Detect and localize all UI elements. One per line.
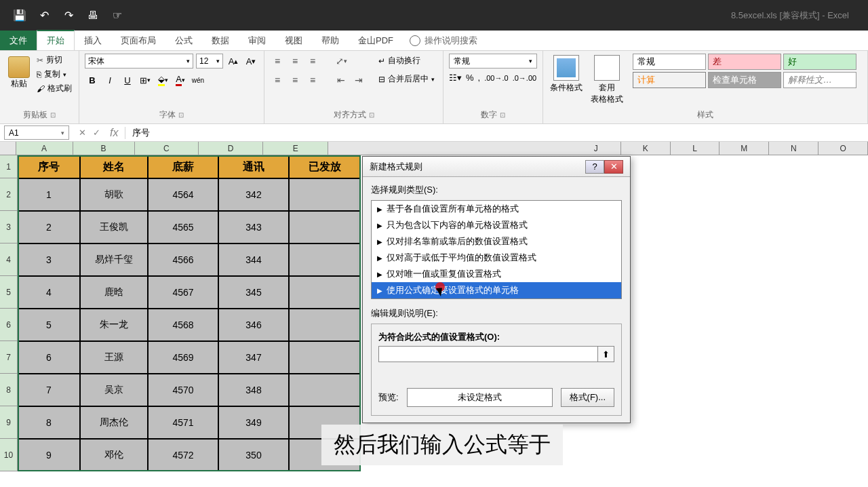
data-cell[interactable] xyxy=(289,178,361,211)
data-cell[interactable] xyxy=(289,341,361,374)
rule-item[interactable]: ▶使用公式确定要设置格式的单元格 xyxy=(372,282,621,298)
col-M[interactable]: M xyxy=(719,142,769,155)
row-header[interactable]: 8 xyxy=(0,374,18,406)
header-cell[interactable]: 已发放 xyxy=(289,155,361,178)
tab-insert[interactable]: 插入 xyxy=(75,31,111,50)
number-format-combo[interactable]: 常规▾ xyxy=(449,54,537,69)
col-N[interactable]: N xyxy=(769,142,818,155)
data-cell[interactable] xyxy=(289,276,361,309)
font-color-button[interactable]: A▾ xyxy=(173,73,188,87)
col-D[interactable]: D xyxy=(199,142,263,155)
data-cell[interactable]: 4565 xyxy=(148,211,218,244)
row-header[interactable]: 3 xyxy=(0,211,18,244)
style-bad[interactable]: 差 xyxy=(708,54,781,70)
row-header[interactable]: 4 xyxy=(0,244,18,276)
decrease-decimal-icon[interactable]: .0→.00 xyxy=(513,74,536,82)
data-cell[interactable]: 易烊千玺 xyxy=(80,244,148,276)
help-button[interactable]: ? xyxy=(585,160,604,174)
tab-file[interactable]: 文件 xyxy=(0,31,37,50)
col-A[interactable]: A xyxy=(16,142,73,155)
row-header[interactable]: 6 xyxy=(0,309,18,341)
align-mid-icon[interactable]: ≡ xyxy=(288,54,302,69)
data-cell[interactable]: 4568 xyxy=(148,309,218,341)
data-cell[interactable]: 5 xyxy=(18,309,80,341)
tab-pdf[interactable]: 金山PDF xyxy=(349,31,403,50)
data-cell[interactable]: 346 xyxy=(218,309,289,341)
data-cell[interactable]: 胡歌 xyxy=(80,178,148,211)
redo-icon[interactable]: ↷ xyxy=(62,9,75,22)
increase-decimal-icon[interactable]: .00→.0 xyxy=(484,74,508,82)
data-cell[interactable]: 4569 xyxy=(148,341,218,374)
data-cell[interactable]: 吴京 xyxy=(80,374,148,406)
rule-item[interactable]: ▶仅对高于或低于平均值的数值设置格式 xyxy=(372,250,621,266)
data-cell[interactable]: 4566 xyxy=(148,244,218,276)
data-cell[interactable]: 3 xyxy=(18,244,80,276)
expand-icon[interactable]: ⊡ xyxy=(50,111,56,119)
data-cell[interactable]: 344 xyxy=(218,244,289,276)
fx-icon[interactable]: fx xyxy=(110,127,118,139)
italic-button[interactable]: I xyxy=(102,73,117,87)
header-cell[interactable]: 通讯 xyxy=(218,155,289,178)
data-cell[interactable] xyxy=(289,309,361,341)
style-calc[interactable]: 计算 xyxy=(633,72,706,88)
align-center-icon[interactable]: ≡ xyxy=(288,73,302,87)
rule-item[interactable]: ▶基于各自值设置所有单元格的格式 xyxy=(372,201,621,217)
indent-right-icon[interactable]: ⇥ xyxy=(351,73,366,87)
tab-data[interactable]: 数据 xyxy=(202,31,239,50)
cut-button[interactable]: ✂剪切 xyxy=(35,54,73,66)
data-cell[interactable]: 王俊凯 xyxy=(80,211,148,244)
copy-button[interactable]: ⎘复制 ▾ xyxy=(35,68,73,81)
dialog-titlebar[interactable]: 新建格式规则 ? ✕ xyxy=(363,157,630,177)
data-cell[interactable]: 王源 xyxy=(80,341,148,374)
data-cell[interactable]: 4567 xyxy=(148,276,218,309)
row-header[interactable]: 5 xyxy=(0,276,18,309)
enter-icon[interactable]: ✓ xyxy=(93,128,100,138)
decrease-font-icon[interactable]: A▾ xyxy=(243,54,258,69)
style-explain[interactable]: 解释性文… xyxy=(783,72,856,88)
data-cell[interactable]: 周杰伦 xyxy=(80,406,148,439)
tab-review[interactable]: 审阅 xyxy=(239,31,275,50)
rule-item[interactable]: ▶仅对排名靠前或靠后的数值设置格式 xyxy=(372,233,621,250)
data-cell[interactable]: 4572 xyxy=(148,439,218,471)
expand-icon[interactable]: ⊡ xyxy=(369,111,374,119)
data-cell[interactable] xyxy=(289,211,361,244)
data-cell[interactable]: 350 xyxy=(218,439,289,471)
border-button[interactable]: ⊞▾ xyxy=(138,73,153,87)
cells-grid[interactable]: 序号姓名底薪通讯已发放1胡歌45643422王俊凯45653433易烊千玺456… xyxy=(18,155,361,471)
percent-icon[interactable]: % xyxy=(466,73,474,83)
range-picker-icon[interactable]: ⬆ xyxy=(597,347,614,362)
cell-styles-gallery[interactable]: 常规 差 好 计算 检查单元格 解释性文… xyxy=(633,54,856,88)
select-all-corner[interactable] xyxy=(0,142,16,155)
data-cell[interactable]: 4 xyxy=(18,276,80,309)
data-cell[interactable]: 2 xyxy=(18,211,80,244)
data-cell[interactable]: 朱一龙 xyxy=(80,309,148,341)
tell-me-search[interactable]: 操作说明搜索 xyxy=(410,31,477,50)
expand-icon[interactable]: ⊡ xyxy=(500,111,505,119)
undo-icon[interactable]: ↶ xyxy=(38,9,50,22)
data-cell[interactable] xyxy=(289,374,361,406)
data-cell[interactable]: 4571 xyxy=(148,406,218,439)
row-header[interactable]: 2 xyxy=(0,178,18,211)
data-cell[interactable]: 342 xyxy=(218,178,289,211)
col-K[interactable]: K xyxy=(621,142,671,155)
style-good[interactable]: 好 xyxy=(783,54,856,70)
align-right-icon[interactable]: ≡ xyxy=(305,73,320,87)
data-cell[interactable]: 4564 xyxy=(148,178,218,211)
data-cell[interactable]: 9 xyxy=(18,439,80,471)
header-cell[interactable]: 序号 xyxy=(18,155,80,178)
align-bot-icon[interactable]: ≡ xyxy=(305,54,320,69)
data-cell[interactable]: 4570 xyxy=(148,374,218,406)
close-button[interactable]: ✕ xyxy=(604,160,623,174)
fill-color-button[interactable]: ⬙▾ xyxy=(155,73,170,87)
print-icon[interactable]: 🖶 xyxy=(87,9,99,22)
header-cell[interactable]: 姓名 xyxy=(80,155,148,178)
tab-formulas[interactable]: 公式 xyxy=(165,31,202,50)
tab-help[interactable]: 帮助 xyxy=(312,31,349,50)
align-left-icon[interactable]: ≡ xyxy=(270,73,285,87)
wrap-text-button[interactable]: ↵自动换行 xyxy=(376,54,437,68)
align-top-icon[interactable]: ≡ xyxy=(270,54,285,69)
orientation-icon[interactable]: ⤢▾ xyxy=(334,54,349,69)
row-header[interactable]: 1 xyxy=(0,155,18,178)
bold-button[interactable]: B xyxy=(85,73,100,87)
data-cell[interactable]: 1 xyxy=(18,178,80,211)
